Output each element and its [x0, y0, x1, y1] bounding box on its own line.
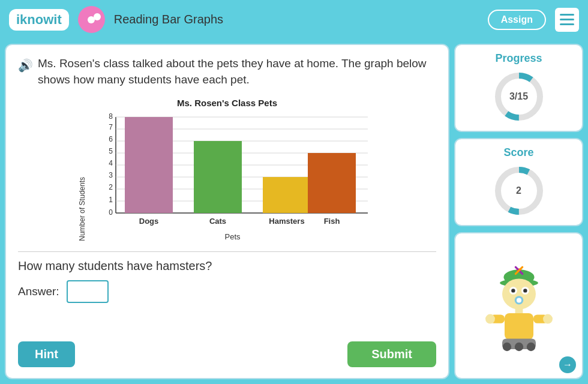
chart-wrapper: Number of Students 0 1 2 3 — [78, 111, 377, 241]
svg-text:Cats: Cats — [209, 217, 226, 226]
svg-point-38 — [517, 298, 521, 302]
header: iknowit Reading Bar Graphs Assign — [0, 0, 588, 39]
logo: iknowit — [9, 9, 69, 31]
score-value: 2 — [516, 185, 521, 196]
svg-text:8: 8 — [109, 112, 113, 121]
svg-text:5: 5 — [109, 147, 113, 155]
y-axis-label: Number of Students — [78, 177, 86, 241]
svg-point-44 — [543, 314, 553, 323]
svg-point-43 — [485, 314, 495, 323]
divider — [18, 251, 436, 252]
answer-label: Answer: — [18, 285, 59, 298]
header-title: Reading Bar Graphs — [114, 13, 479, 26]
hamburger-menu-button[interactable] — [555, 8, 579, 32]
svg-text:Dogs: Dogs — [139, 217, 158, 226]
progress-label: Progress — [495, 52, 542, 65]
next-arrow-button[interactable]: → — [559, 356, 576, 373]
chart-inner: 0 1 2 3 4 5 6 7 — [89, 111, 377, 241]
svg-text:1: 1 — [109, 196, 113, 204]
svg-point-48 — [526, 342, 535, 350]
svg-point-46 — [502, 342, 511, 350]
svg-text:2: 2 — [109, 183, 113, 191]
svg-text:4: 4 — [109, 159, 113, 167]
sub-question: How many students have hamsters? — [18, 259, 436, 273]
mascot-card: → — [454, 232, 583, 379]
bar-dogs — [125, 117, 173, 213]
hint-button[interactable]: Hint — [18, 341, 75, 367]
hamburger-line — [560, 19, 574, 20]
svg-text:Hamsters: Hamsters — [269, 217, 304, 226]
right-panel: Progress 3/15 Score 2 — [454, 44, 583, 379]
progress-value: 3/15 — [509, 91, 528, 102]
speaker-icon[interactable]: 🔊 — [18, 57, 33, 74]
left-panel: 🔊 Ms. Rosen's class talked about the pet… — [5, 44, 449, 379]
score-label: Score — [503, 146, 533, 159]
main-area: 🔊 Ms. Rosen's class talked about the pet… — [0, 39, 588, 384]
chart-container: Ms. Rosen's Class Pets Number of Student… — [18, 95, 436, 244]
svg-text:3: 3 — [109, 171, 113, 179]
progress-donut: 3/15 — [492, 70, 546, 124]
chart-title: Ms. Rosen's Class Pets — [177, 98, 277, 108]
question-text: 🔊 Ms. Rosen's class talked about the pet… — [18, 56, 436, 88]
svg-text:Fish: Fish — [323, 217, 340, 226]
answer-row: Answer: — [18, 280, 436, 303]
submit-button[interactable]: Submit — [347, 341, 436, 367]
svg-text:6: 6 — [109, 135, 113, 143]
logo-circle-icon — [78, 6, 105, 33]
svg-point-36 — [523, 289, 527, 292]
svg-rect-39 — [515, 308, 523, 313]
bar-cats — [194, 141, 242, 213]
svg-rect-40 — [505, 313, 533, 340]
svg-point-34 — [511, 289, 515, 292]
hamburger-line — [560, 23, 574, 25]
mascot-image — [471, 258, 567, 354]
bar-hamsters — [263, 177, 311, 213]
svg-text:7: 7 — [109, 123, 113, 131]
svg-point-47 — [514, 342, 523, 350]
answer-input[interactable] — [67, 280, 109, 303]
hamburger-line — [560, 14, 574, 16]
bar-fish — [308, 153, 356, 213]
x-axis-label: Pets — [89, 232, 377, 241]
bottom-buttons: Hint Submit — [18, 341, 436, 367]
bar-chart-svg: 0 1 2 3 4 5 6 7 — [89, 111, 377, 231]
score-donut: 2 — [492, 164, 546, 218]
progress-card: Progress 3/15 — [454, 44, 583, 132]
svg-point-32 — [502, 278, 536, 309]
svg-text:0: 0 — [109, 208, 113, 217]
assign-button[interactable]: Assign — [488, 10, 546, 30]
score-card: Score 2 — [454, 138, 583, 226]
